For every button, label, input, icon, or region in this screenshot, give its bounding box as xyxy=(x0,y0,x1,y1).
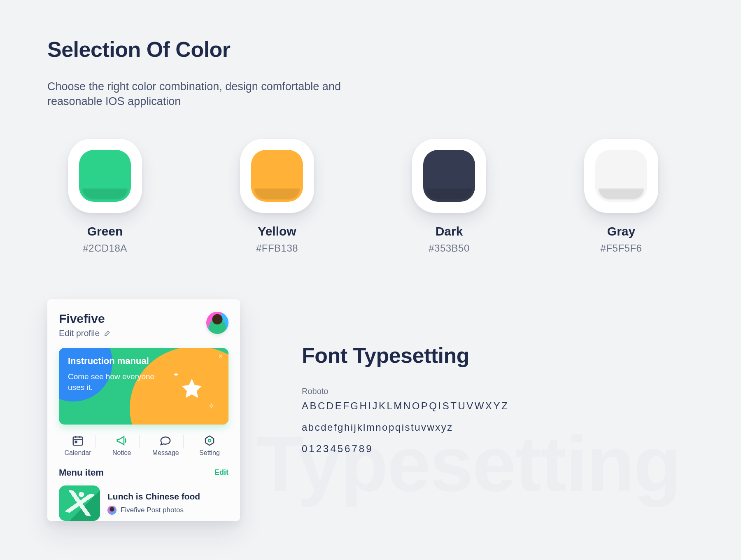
quick-actions: Calendar Notice Message xyxy=(59,434,228,457)
menu-item-thumb xyxy=(59,485,100,521)
quick-label: Calendar xyxy=(65,449,91,457)
swatch-pillow xyxy=(240,139,314,213)
star-icon xyxy=(180,377,204,401)
quick-label: Setting xyxy=(199,449,220,457)
edit-profile-link[interactable]: Edit profile xyxy=(59,328,111,338)
pencil-icon xyxy=(104,329,111,337)
quick-label: Message xyxy=(152,449,179,457)
quick-calendar[interactable]: Calendar xyxy=(60,434,96,457)
calendar-icon xyxy=(72,434,84,447)
swatch-row: Green #2CD18A Yellow #FFB138 Dark #353B5… xyxy=(47,139,694,254)
megaphone-icon xyxy=(116,434,128,447)
chat-icon xyxy=(159,434,172,447)
close-icon[interactable]: × xyxy=(218,352,223,361)
swatch-hex: #2CD18A xyxy=(83,243,127,254)
font-family-label: Roboto xyxy=(302,387,694,396)
specimen-lower: abcdefghijklmnopqistuvwxyz xyxy=(302,422,694,433)
font-section-title: Font Typesetting xyxy=(302,343,694,368)
mini-avatar xyxy=(107,506,117,515)
profile-name: Fivefive xyxy=(59,312,111,326)
instruction-banner[interactable]: × ✦ ✧ Instruction manual Come see how ev… xyxy=(59,348,228,425)
specimen-numbers: 0123456789 xyxy=(302,443,694,455)
quick-notice[interactable]: Notice xyxy=(104,434,140,457)
swatch-pillow xyxy=(68,139,142,213)
swatch-yellow: Yellow #FFB138 xyxy=(240,139,314,254)
quick-setting[interactable]: Setting xyxy=(191,434,228,457)
svg-rect-0 xyxy=(73,437,83,445)
menu-item-title: Lunch is Chinese food xyxy=(107,492,200,502)
banner-title: Instruction manual xyxy=(68,355,167,367)
font-section: Typesetting Font Typesetting Roboto ABCD… xyxy=(302,299,694,521)
page-title: Selection Of Color xyxy=(47,37,694,62)
banner-subtitle: Come see how everyone uses it. xyxy=(68,371,167,392)
menu-item[interactable]: Lunch is Chinese food Fivefive Post phot… xyxy=(59,485,228,521)
swatch-name: Yellow xyxy=(258,224,296,238)
swatch-pillow xyxy=(412,139,486,213)
sparkle-icon: ✧ xyxy=(208,401,214,411)
page-subtitle: Choose the right color combination, desi… xyxy=(47,79,368,109)
menu-section-title: Menu item xyxy=(59,467,104,478)
swatch-hex: #F5F5F6 xyxy=(601,243,642,254)
swatch-chip xyxy=(79,150,131,202)
quick-label: Notice xyxy=(112,449,131,457)
svg-rect-1 xyxy=(75,441,77,443)
app-preview-card: Fivefive Edit profile × ✦ xyxy=(47,299,240,521)
menu-item-subtitle: Fivefive Post photos xyxy=(121,506,184,514)
specimen-upper: ABCDEFGHIJKLMNOPQISTUVWXYZ xyxy=(302,400,694,412)
swatch-green: Green #2CD18A xyxy=(68,139,142,254)
swatch-dark: Dark #353B50 xyxy=(412,139,486,254)
swatch-gray: Gray #F5F5F6 xyxy=(584,139,658,254)
swatch-name: Gray xyxy=(607,224,635,238)
swatch-chip xyxy=(423,150,475,202)
swatch-pillow xyxy=(584,139,658,213)
swatch-hex: #353B50 xyxy=(429,243,470,254)
svg-point-3 xyxy=(208,439,211,442)
avatar[interactable] xyxy=(206,312,228,334)
swatch-chip xyxy=(595,150,647,202)
swatch-hex: #FFB138 xyxy=(256,243,298,254)
svg-marker-2 xyxy=(205,436,214,446)
swatch-chip xyxy=(251,150,303,202)
swatch-name: Green xyxy=(87,224,123,238)
edit-profile-label: Edit profile xyxy=(59,328,100,338)
swatch-name: Dark xyxy=(436,224,463,238)
settings-icon xyxy=(203,434,216,447)
menu-edit-button[interactable]: Edit xyxy=(214,468,228,477)
sparkle-icon: ✦ xyxy=(173,370,179,379)
quick-message[interactable]: Message xyxy=(147,434,184,457)
